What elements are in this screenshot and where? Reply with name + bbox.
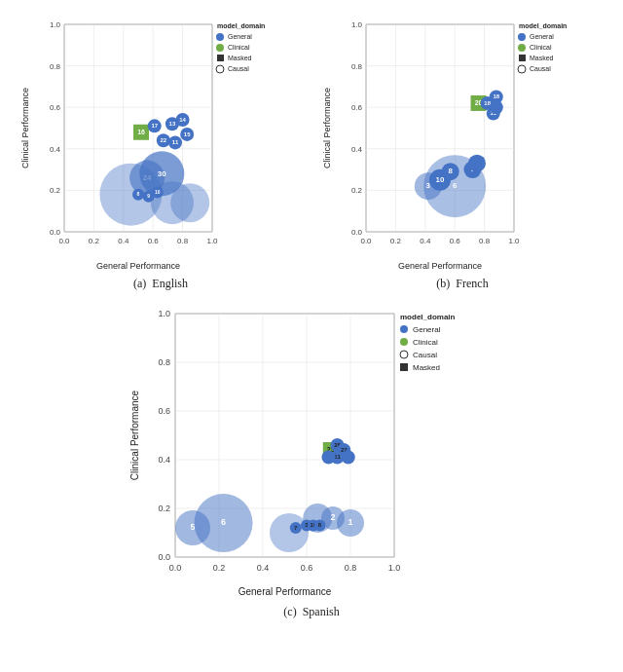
french-chart-container: (b) French — [319, 10, 606, 291]
spanish-chart — [127, 299, 496, 601]
english-label: (a) English — [133, 277, 188, 291]
spanish-chart-container: (c) Spanish — [127, 299, 496, 619]
english-chart-container: (a) English — [18, 10, 305, 291]
french-chart — [319, 10, 606, 273]
bottom-row: (c) Spanish — [127, 299, 496, 619]
english-chart — [18, 10, 305, 273]
spanish-label: (c) Spanish — [283, 605, 339, 619]
top-row: (a) English (b) French — [10, 10, 613, 291]
french-label: (b) French — [436, 277, 488, 291]
page: (a) English (b) French (c) Spanish — [0, 0, 623, 672]
